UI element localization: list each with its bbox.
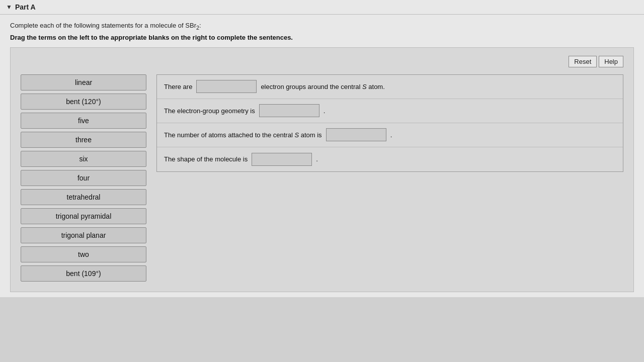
help-button[interactable]: Help bbox=[599, 56, 623, 67]
term-bent-109[interactable]: bent (109°) bbox=[21, 265, 146, 282]
statements-panel: There are electron groups around the cen… bbox=[156, 74, 623, 172]
statement-4-before: The shape of the molecule is bbox=[164, 155, 248, 163]
statement-row-2: The electron-group geometry is . bbox=[157, 99, 623, 123]
term-three[interactable]: three bbox=[21, 132, 146, 148]
drop-box-3[interactable] bbox=[326, 128, 386, 141]
part-label: Part A bbox=[15, 3, 36, 11]
statement-3-before: The number of atoms attached to the cent… bbox=[164, 131, 322, 139]
statement-1-after: electron groups around the central S ato… bbox=[261, 83, 384, 90]
statement-3-period: . bbox=[390, 131, 392, 139]
collapse-arrow[interactable]: ▼ bbox=[6, 4, 12, 11]
top-bar: ▼ Part A bbox=[0, 0, 644, 15]
main-content: Complete each of the following statement… bbox=[0, 15, 644, 297]
term-trigonal-pyramidal[interactable]: trigonal pyramidal bbox=[21, 208, 146, 224]
statement-1-before: There are bbox=[164, 83, 192, 90]
top-buttons: Reset Help bbox=[21, 56, 623, 67]
term-four[interactable]: four bbox=[21, 170, 146, 186]
statement-row-4: The shape of the molecule is . bbox=[157, 147, 623, 171]
term-two[interactable]: two bbox=[21, 246, 146, 262]
term-tetrahedral[interactable]: tetrahedral bbox=[21, 189, 146, 205]
statement-row-1: There are electron groups around the cen… bbox=[157, 75, 623, 99]
statement-2-before: The electron-group geometry is bbox=[164, 107, 255, 115]
drop-box-4[interactable] bbox=[252, 153, 312, 166]
instructions-line1: Complete each of the following statement… bbox=[10, 22, 634, 31]
terms-panel: linear bent (120°) five three six four t… bbox=[21, 74, 146, 282]
term-linear[interactable]: linear bbox=[21, 74, 146, 90]
instructions-line2: Drag the terms on the left to the approp… bbox=[10, 34, 634, 41]
statement-4-period: . bbox=[316, 155, 318, 163]
term-six[interactable]: six bbox=[21, 151, 146, 167]
content-area: linear bent (120°) five three six four t… bbox=[21, 74, 623, 282]
term-bent-120[interactable]: bent (120°) bbox=[21, 94, 146, 110]
statement-row-3: The number of atoms attached to the cent… bbox=[157, 123, 623, 147]
exercise-box: Reset Help linear bent (120°) five three… bbox=[10, 47, 634, 292]
statement-2-period: . bbox=[324, 107, 326, 115]
drop-box-1[interactable] bbox=[196, 80, 257, 93]
reset-button[interactable]: Reset bbox=[569, 56, 597, 67]
term-five[interactable]: five bbox=[21, 113, 146, 129]
drop-box-2[interactable] bbox=[259, 104, 319, 117]
term-trigonal-planar[interactable]: trigonal planar bbox=[21, 227, 146, 243]
